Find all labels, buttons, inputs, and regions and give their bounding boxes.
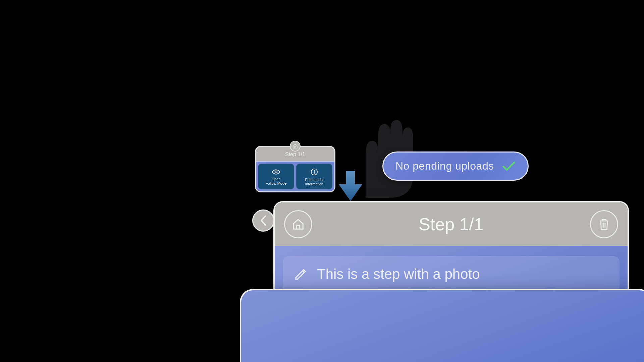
mini-home-button[interactable] xyxy=(290,141,301,152)
mini-panel-body: Open Follow Mode Edit tutorial informati… xyxy=(256,161,334,191)
main-panel-header: Step 1/1 xyxy=(275,202,628,246)
mini-step-panel: Step 1/1 Open Follow Mode Edit tutorial … xyxy=(255,146,335,192)
home-icon xyxy=(292,218,305,231)
upload-status-pill: No pending uploads xyxy=(382,152,529,181)
svg-rect-3 xyxy=(314,171,315,174)
open-follow-mode-tile[interactable]: Open Follow Mode xyxy=(258,164,294,189)
foreground-slate-panel xyxy=(240,289,644,362)
home-button[interactable] xyxy=(284,210,312,238)
trash-icon xyxy=(598,218,610,231)
arrow-down-icon xyxy=(339,171,362,201)
main-step-title: Step 1/1 xyxy=(419,214,484,234)
step-text-row[interactable]: This is a step with a photo xyxy=(283,256,620,292)
pencil-icon xyxy=(294,267,308,281)
check-icon xyxy=(502,161,516,171)
vr-scene: Step 1/1 Open Follow Mode Edit tutorial … xyxy=(0,0,644,362)
eye-icon xyxy=(272,169,280,175)
info-icon xyxy=(311,168,318,176)
upload-status-text: No pending uploads xyxy=(395,160,494,172)
edit-tutorial-info-tile[interactable]: Edit tutorial information xyxy=(296,164,332,189)
delete-button[interactable] xyxy=(590,210,618,238)
chevron-left-icon xyxy=(259,216,267,226)
open-follow-mode-label: Open Follow Mode xyxy=(266,177,286,185)
svg-point-2 xyxy=(314,170,315,171)
step-text: This is a step with a photo xyxy=(317,266,480,282)
edit-tutorial-info-label: Edit tutorial information xyxy=(305,178,323,186)
svg-point-0 xyxy=(275,171,277,173)
back-button[interactable] xyxy=(252,209,274,232)
home-icon xyxy=(292,143,298,149)
